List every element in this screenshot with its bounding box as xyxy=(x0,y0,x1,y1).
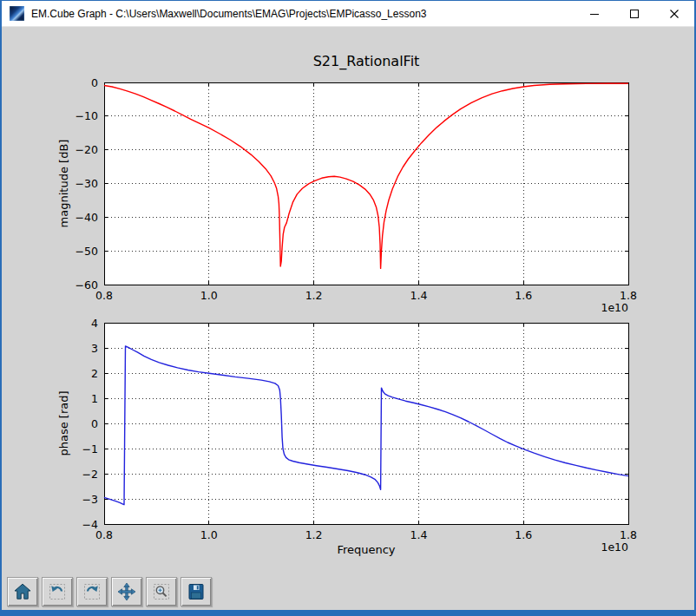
svg-text:−1: −1 xyxy=(82,442,98,455)
zoom-rect-button[interactable] xyxy=(146,577,177,606)
save-button[interactable] xyxy=(181,577,212,606)
save-floppy-icon xyxy=(186,581,207,602)
svg-text:1.8: 1.8 xyxy=(620,528,637,541)
svg-text:3: 3 xyxy=(91,342,98,355)
svg-text:1.6: 1.6 xyxy=(515,289,532,302)
home-icon xyxy=(12,581,33,602)
svg-text:1.8: 1.8 xyxy=(620,289,637,302)
svg-text:1.2: 1.2 xyxy=(305,528,323,541)
svg-text:−60: −60 xyxy=(76,279,98,292)
svg-text:1: 1 xyxy=(91,392,98,405)
svg-text:−20: −20 xyxy=(76,143,98,156)
svg-text:0: 0 xyxy=(91,417,98,430)
titlebar: EM.Cube Graph - C:\Users\Maxwell\Documen… xyxy=(2,1,694,27)
svg-text:S21_RationalFit: S21_RationalFit xyxy=(313,53,420,70)
minimize-button[interactable] xyxy=(575,1,614,27)
maximize-icon xyxy=(629,9,640,19)
svg-text:1.0: 1.0 xyxy=(200,289,218,302)
maximize-button[interactable] xyxy=(614,1,654,27)
svg-text:magnitude [dB]: magnitude [dB] xyxy=(57,140,70,228)
svg-text:0: 0 xyxy=(91,76,98,89)
app-icon[interactable] xyxy=(10,6,24,21)
window-title: EM.Cube Graph - C:\Users\Maxwell\Documen… xyxy=(31,8,427,20)
svg-text:1e10: 1e10 xyxy=(601,301,628,314)
svg-text:Frequency: Frequency xyxy=(337,543,395,556)
zoom-magnifier-icon xyxy=(151,581,172,602)
forward-arrow-icon xyxy=(82,581,102,602)
svg-text:−4: −4 xyxy=(82,518,98,531)
minimize-icon xyxy=(589,9,600,19)
svg-text:1e10: 1e10 xyxy=(601,541,628,554)
svg-text:−40: −40 xyxy=(76,211,98,224)
figure-canvas[interactable]: 0.81.01.21.41.61.80−10−20−30−40−50−60S21… xyxy=(2,27,694,575)
back-button[interactable] xyxy=(42,577,73,606)
pan-button[interactable] xyxy=(111,577,142,606)
close-icon xyxy=(669,9,680,19)
svg-text:−3: −3 xyxy=(82,493,98,506)
window-controls xyxy=(575,1,694,27)
back-arrow-icon xyxy=(47,581,68,602)
svg-text:−30: −30 xyxy=(76,177,98,190)
svg-text:0.8: 0.8 xyxy=(95,528,113,541)
figure-area: 0.81.01.21.41.61.80−10−20−30−40−50−60S21… xyxy=(2,27,694,610)
forward-button[interactable] xyxy=(76,577,108,606)
svg-text:−50: −50 xyxy=(76,245,98,258)
close-button[interactable] xyxy=(654,1,694,27)
navigation-toolbar xyxy=(7,577,215,606)
svg-text:2: 2 xyxy=(91,367,98,380)
svg-text:1.4: 1.4 xyxy=(410,528,427,541)
svg-text:1.2: 1.2 xyxy=(305,289,323,302)
svg-text:phase [rad]: phase [rad] xyxy=(57,390,70,455)
svg-text:−10: −10 xyxy=(76,109,98,122)
app-window: EM.Cube Graph - C:\Users\Maxwell\Documen… xyxy=(0,0,696,616)
svg-text:4: 4 xyxy=(91,317,98,330)
svg-text:1.4: 1.4 xyxy=(410,289,427,302)
svg-text:−2: −2 xyxy=(82,468,98,481)
svg-text:1.6: 1.6 xyxy=(515,528,532,541)
svg-text:1.0: 1.0 xyxy=(200,528,218,541)
svg-text:0.8: 0.8 xyxy=(95,289,113,302)
pan-move-icon xyxy=(116,581,137,602)
home-button[interactable] xyxy=(7,577,38,606)
